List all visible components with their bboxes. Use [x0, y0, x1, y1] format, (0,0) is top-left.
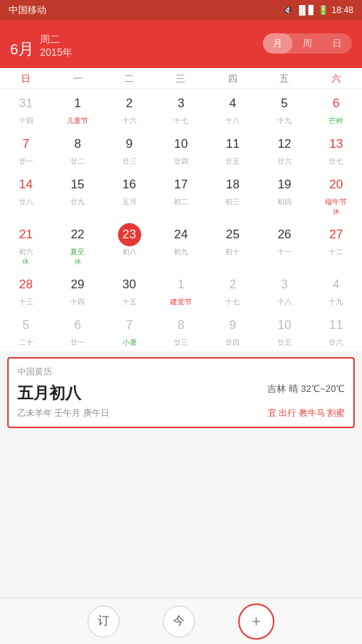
day-number: 8	[66, 133, 89, 156]
day-cell[interactable]: 27十二	[311, 220, 362, 270]
day-lunar: 廿五	[225, 156, 240, 167]
day-number: 1	[169, 273, 193, 296]
day-cell[interactable]: 3十八	[258, 270, 310, 311]
day-lunar: 廿四	[174, 156, 188, 167]
view-month-btn[interactable]: 月	[263, 33, 292, 54]
day-number: 16	[118, 173, 141, 196]
day-lunar: 十八	[225, 116, 240, 126]
day-cell[interactable]: 25初十	[207, 220, 258, 270]
day-cell[interactable]: 7廿一	[0, 130, 51, 170]
day-cell[interactable]: 26十一	[258, 220, 310, 270]
day-cell[interactable]: 17初二	[155, 170, 206, 220]
day-cell[interactable]: 1儿童节	[51, 89, 103, 130]
day-number: 18	[221, 173, 244, 196]
day-cell[interactable]: 9廿三	[104, 130, 155, 170]
day-lunar: 二十	[19, 338, 33, 348]
day-cell[interactable]: 10廿五	[258, 311, 310, 351]
day-cell[interactable]: 16五月	[104, 170, 155, 220]
day-number: 21	[14, 223, 38, 246]
day-lunar: 廿二	[70, 156, 85, 167]
day-lunar: 芒种	[329, 116, 343, 126]
status-icons: 🔇 ▐▌▊ 🔋 18:48	[282, 5, 353, 15]
day-number: 11	[324, 314, 348, 337]
day-lunar: 廿六	[329, 338, 343, 348]
view-week-btn[interactable]: 周	[292, 33, 322, 54]
day-number: 27	[324, 223, 348, 246]
carrier-label: 中国移动	[9, 4, 46, 17]
day-cell[interactable]: 30十五	[104, 270, 155, 311]
info-title: 中国黄历	[17, 366, 345, 378]
day-number: 30	[118, 273, 141, 296]
day-cell[interactable]: 12廿六	[258, 130, 310, 170]
day-cell[interactable]: 2十七	[207, 270, 258, 311]
day-lunar: 廿三	[122, 156, 137, 167]
day-lunar: 十九	[329, 297, 343, 307]
day-cell[interactable]: 3十七	[155, 89, 206, 130]
info-weather-text: 晴 32℃~20℃	[289, 383, 345, 394]
day-cell[interactable]: 8廿三	[155, 311, 206, 351]
day-lunar: 初十	[225, 247, 240, 257]
day-note: 休	[75, 257, 81, 267]
weekday-fri: 五	[258, 72, 310, 85]
day-cell[interactable]: 4十九	[311, 270, 362, 311]
day-cell[interactable]: 7小暑	[104, 311, 155, 351]
info-date-cn: 五月初八	[17, 382, 81, 404]
subscribe-button[interactable]: 订	[88, 606, 119, 637]
day-number: 2	[118, 92, 141, 115]
day-cell[interactable]: 10廿四	[155, 130, 206, 170]
today-button[interactable]: 今	[163, 606, 195, 637]
day-cell[interactable]: 22夏至休	[51, 220, 103, 270]
weekday-mon: 一	[51, 72, 103, 85]
day-cell[interactable]: 1建党节	[155, 270, 206, 311]
day-cell[interactable]: 11廿五	[207, 130, 258, 170]
day-number: 9	[118, 133, 141, 156]
day-cell[interactable]: 2十六	[104, 89, 155, 130]
day-cell[interactable]: 8廿二	[51, 130, 103, 170]
bottom-bar: 订 今 +	[0, 598, 362, 644]
day-cell[interactable]: 13廿七	[311, 130, 362, 170]
day-cell[interactable]: 14廿八	[0, 170, 51, 220]
header-title-group: 6月 周二 2015年	[10, 28, 72, 59]
day-cell[interactable]: 29十四	[51, 270, 103, 311]
view-toggle[interactable]: 月 周 日	[263, 33, 352, 54]
day-cell[interactable]: 23初八	[104, 220, 155, 270]
day-cell[interactable]: 6廿一	[51, 311, 103, 351]
day-cell[interactable]: 24初九	[155, 220, 206, 270]
day-lunar: 初四	[277, 197, 292, 207]
day-cell[interactable]: 18初三	[207, 170, 258, 220]
day-cell[interactable]: 4十八	[207, 89, 258, 130]
day-number: 9	[221, 314, 244, 337]
calendar-grid: 31十四1儿童节2十六3十七4十八5十九6芒种7廿一8廿二9廿三10廿四11廿五…	[0, 89, 362, 351]
weekday-thu: 四	[207, 72, 258, 85]
day-cell[interactable]: 19初四	[258, 170, 310, 220]
day-lunar: 十一	[277, 247, 292, 257]
day-number: 11	[221, 133, 244, 156]
day-cell[interactable]: 21初六休	[0, 220, 51, 270]
view-day-btn[interactable]: 日	[322, 33, 352, 54]
day-number: 6	[324, 92, 348, 115]
day-number: 7	[14, 133, 38, 156]
day-lunar: 五月	[122, 197, 137, 207]
day-number: 14	[14, 173, 38, 196]
add-button[interactable]: +	[238, 603, 274, 640]
day-cell[interactable]: 15廿九	[51, 170, 103, 220]
day-number: 12	[273, 133, 296, 156]
day-cell[interactable]: 9廿四	[207, 311, 258, 351]
day-cell[interactable]: 31十四	[0, 89, 51, 130]
day-cell[interactable]: 11廿六	[311, 311, 362, 351]
today-label: 今	[173, 614, 185, 629]
day-lunar: 初二	[174, 197, 188, 207]
day-cell[interactable]: 28十三	[0, 270, 51, 311]
calendar-header: 6月 周二 2015年 月 周 日	[0, 20, 362, 68]
day-lunar: 廿六	[277, 156, 292, 167]
day-cell[interactable]: 6芒种	[311, 89, 362, 130]
day-cell[interactable]: 5二十	[0, 311, 51, 351]
info-section: 中国黄历 五月初八 吉林 晴 32℃~20℃ 乙未羊年 壬午月 庚午日 宜 出行…	[7, 357, 355, 428]
info-location: 吉林	[267, 383, 289, 394]
day-cell[interactable]: 5十九	[258, 89, 310, 130]
day-lunar: 十三	[19, 297, 33, 307]
info-ganzhi: 乙未羊年 壬午月 庚午日	[17, 407, 109, 419]
day-number: 26	[273, 223, 296, 246]
day-note: 休	[333, 207, 340, 217]
day-cell[interactable]: 20端午节休	[311, 170, 362, 220]
